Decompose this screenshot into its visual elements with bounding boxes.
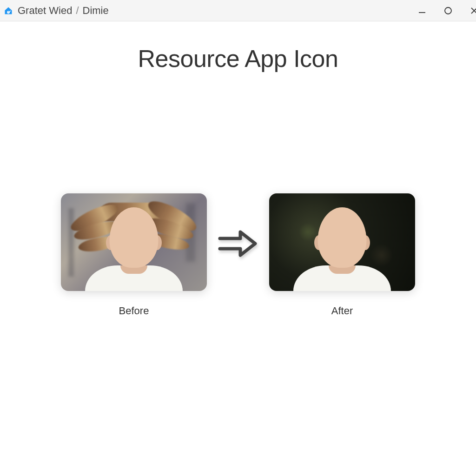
app-home-icon bbox=[4, 6, 13, 15]
close-button[interactable] bbox=[468, 4, 476, 17]
breadcrumb-separator: / bbox=[76, 5, 79, 17]
after-image bbox=[269, 193, 415, 291]
svg-point-2 bbox=[445, 7, 451, 14]
breadcrumb: Gratet Wied / Dimie bbox=[18, 5, 109, 17]
maximize-button[interactable] bbox=[442, 4, 455, 17]
window-controls bbox=[416, 0, 476, 21]
before-image bbox=[61, 193, 207, 291]
before-card: Before bbox=[61, 193, 207, 317]
after-card: After bbox=[269, 193, 415, 317]
main-content: Resource App Icon bbox=[0, 21, 476, 317]
titlebar: Gratet Wied / Dimie bbox=[0, 0, 476, 21]
comparison-row: Before After bbox=[61, 193, 415, 317]
titlebar-left: Gratet Wied / Dimie bbox=[4, 5, 109, 17]
arrow-right-icon bbox=[217, 227, 259, 260]
page-title: Resource App Icon bbox=[138, 45, 338, 73]
breadcrumb-parent[interactable]: Gratet Wied bbox=[18, 5, 72, 17]
after-label: After bbox=[331, 305, 353, 317]
breadcrumb-current[interactable]: Dimie bbox=[83, 5, 109, 17]
minimize-button[interactable] bbox=[416, 4, 429, 17]
before-label: Before bbox=[119, 305, 149, 317]
